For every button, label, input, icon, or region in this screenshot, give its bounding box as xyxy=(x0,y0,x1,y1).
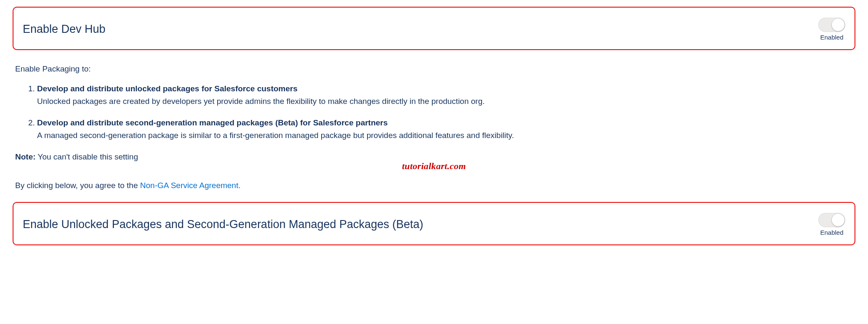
enable-packaging-toggle-wrap: Enabled xyxy=(818,213,845,236)
agreement-line: By clicking below, you agree to the Non-… xyxy=(15,181,855,190)
benefit-desc: A managed second-generation package is s… xyxy=(37,131,514,140)
benefit-headline: Develop and distribute unlocked packages… xyxy=(37,84,298,93)
list-item: Develop and distribute second-generation… xyxy=(37,117,855,141)
note-line: Note: You can't disable this setting xyxy=(15,152,855,162)
benefit-desc: Unlocked packages are created by develop… xyxy=(37,97,485,106)
enable-dev-hub-toggle[interactable] xyxy=(818,18,845,32)
enable-dev-hub-setting: Enable Dev Hub Enabled xyxy=(13,7,855,50)
benefit-headline: Develop and distribute second-generation… xyxy=(37,118,388,127)
enable-packaging-toggle[interactable] xyxy=(818,213,845,227)
toggle-knob-icon xyxy=(832,214,844,226)
enable-dev-hub-toggle-state: Enabled xyxy=(820,34,843,41)
enable-dev-hub-toggle-wrap: Enabled xyxy=(818,18,845,41)
enable-packaging-toggle-state: Enabled xyxy=(820,229,843,236)
enable-packaging-setting: Enable Unlocked Packages and Second-Gene… xyxy=(13,202,855,245)
note-label: Note: xyxy=(15,152,36,161)
packaging-benefits-list: Develop and distribute unlocked packages… xyxy=(37,82,855,141)
note-text: You can't disable this setting xyxy=(36,152,138,161)
enable-packaging-title: Enable Unlocked Packages and Second-Gene… xyxy=(23,218,423,231)
enable-dev-hub-title: Enable Dev Hub xyxy=(23,23,106,36)
agreement-prefix: By clicking below, you agree to the xyxy=(15,181,140,190)
watermark-text: tutorialkart.com xyxy=(13,161,855,172)
list-item: Develop and distribute unlocked packages… xyxy=(37,82,855,107)
non-ga-agreement-link[interactable]: Non-GA Service Agreement. xyxy=(140,181,241,190)
toggle-knob-icon xyxy=(832,19,844,31)
packaging-intro: Enable Packaging to: xyxy=(15,63,855,75)
